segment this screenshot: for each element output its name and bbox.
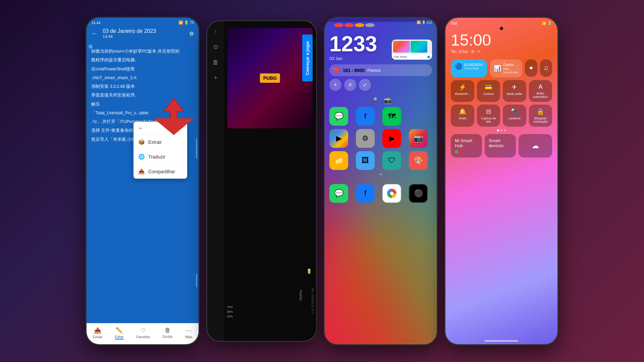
widget-thumb2-img — [411, 41, 427, 53]
bottom-bar-more[interactable]: ⋯ Mais — [185, 327, 192, 340]
phone1-time: 14.44 — [91, 21, 101, 25]
context-menu-extract[interactable]: 📦 Extrair — [133, 135, 187, 149]
data-icon: 📊 — [494, 65, 501, 72]
phone4-time: 15:00 — [445, 32, 557, 49]
widget-blue-dot — [427, 56, 430, 58]
data-sub: Desativado — [503, 71, 518, 74]
phone2-main: Começar a jogar PUBG BG MOBILE PU — [224, 21, 316, 341]
mi-dot-pink — [459, 150, 463, 154]
app-instagram[interactable]: 📷 — [409, 129, 428, 148]
phone1-line1: 卸载当前的miui+/小米妙享PC版本,并且按照卸 — [91, 48, 194, 55]
app-gallery[interactable]: 🖼 — [356, 151, 375, 170]
app-maps[interactable]: 🗺 — [382, 107, 401, 126]
bottom-bar-edit[interactable]: ✏️ Editar — [115, 327, 124, 340]
phone4-status-icons: 📶 🔋 — [542, 21, 552, 25]
phone1-content-area: 卸载当前的miui+/小米妙享PC版本,并且按照卸 载程序的提示重启电脑。 在c… — [87, 45, 199, 317]
phone1-line5: 强制安装 3.0.2.68 版本 — [91, 83, 194, 90]
cloud-storage-tile[interactable]: ☁ — [519, 134, 552, 158]
context-menu-translate[interactable]: 🌐 Traduzir — [133, 149, 187, 164]
action-add-btn[interactable]: + — [329, 79, 341, 91]
ctrl-music[interactable]: ♫ — [540, 59, 552, 77]
red-arrow-annotation — [154, 95, 194, 135]
sidebar-target-icon[interactable]: ⊙ — [213, 43, 218, 51]
chrome-icon — [387, 189, 396, 198]
app-paint[interactable]: 🎨 — [409, 151, 428, 170]
phone4-edit-icon[interactable]: ✏ — [477, 49, 481, 54]
phone2-sidebar: ↑ ⊙ 🗑 + — [207, 21, 224, 341]
phone3-widget-card: Foto Share — [392, 40, 432, 60]
phone4-carrier: TIM — [451, 21, 457, 25]
dot-gray — [365, 23, 375, 27]
steps-info: 181 / 8000 — [343, 67, 365, 73]
play-button[interactable]: Começar a jogar — [302, 35, 313, 81]
bottom-bar-send[interactable]: 📤 Enviar — [93, 327, 102, 340]
lock-rotation-icon: 🔒 — [537, 108, 544, 115]
smart-hub-tile[interactable]: Mi Smart Hub — [451, 134, 482, 158]
dock-facebook[interactable]: f — [356, 184, 375, 203]
phone1-scroll-dot — [89, 45, 93, 49]
camera-icon[interactable]: 📸 — [384, 97, 391, 104]
app-whatsapp[interactable]: 💬 — [329, 107, 348, 126]
phone3-date: 03 Jan — [329, 56, 377, 61]
game-label-vertical: BG MOBILE PU — [311, 288, 314, 314]
dock-camera[interactable]: ⚫ — [409, 184, 428, 203]
context-back-icon[interactable]: ← — [138, 125, 144, 131]
app-settings[interactable]: ⚙ — [356, 129, 375, 148]
ctrl-data[interactable]: 📊 Dados mó... Desativado — [490, 59, 522, 77]
phone1-status-icons: 📶 🔋 73 — [178, 20, 194, 25]
action-note-btn[interactable]: ≡ — [344, 79, 356, 91]
ctrl-star[interactable]: ✦ — [525, 59, 537, 77]
ctrl-mute[interactable]: 🔔 Mudo — [451, 105, 474, 127]
svg-marker-1 — [154, 118, 194, 135]
dock-whatsapp[interactable]: 💬 — [329, 184, 348, 203]
translate-icon: 🌐 — [138, 154, 145, 160]
app-facebook[interactable]: f — [356, 107, 375, 126]
phone4-status-bar: TIM 📶 🔋 — [445, 18, 557, 27]
ctrl-bluetooth[interactable]: ⚡ Bluetooth ↓ — [451, 80, 474, 102]
action-check-btn[interactable]: ✓ — [359, 79, 371, 91]
sidebar-upload-icon[interactable]: ↑ — [214, 28, 217, 35]
phone4-cam-icon[interactable]: ⚙ — [471, 49, 475, 54]
brightness-icon: A — [538, 83, 542, 90]
widget-card-top — [392, 40, 432, 54]
ctrl-lock-rotation[interactable]: 🔒 Bloquear orientação — [529, 105, 552, 127]
bluetooth-label: Bluetooth ↓ — [455, 92, 470, 96]
phone1-back-arrow[interactable]: ← — [91, 30, 97, 37]
screenshot-icon: ⊟ — [486, 108, 491, 115]
bottom-bar-delete[interactable]: 🗑 Excluir — [163, 327, 173, 340]
app-playstore[interactable]: ▶ — [329, 129, 348, 148]
status-dots — [329, 20, 379, 28]
phone4-home-bar — [485, 340, 518, 342]
wifi-label: BLINDADO — [464, 63, 483, 67]
smart-devices-tile[interactable]: Smart devices — [485, 134, 516, 158]
ctrl-flashlight[interactable]: 🔦 Lanterna — [503, 105, 526, 127]
context-menu-share[interactable]: 📤 Compartilhar — [133, 164, 187, 179]
app-security[interactable]: 🛡 — [382, 151, 401, 170]
phone4-row3: 🔔 Mudo ⊟ Captura de tela 🔦 Lanterna 🔒 Bl… — [451, 105, 552, 127]
app-youtube[interactable]: ▶ — [382, 129, 401, 148]
app-grid-row3: 📁 🖼 🛡 🎨 — [325, 151, 437, 170]
phone1-settings-icon[interactable]: ⚙ — [189, 31, 194, 37]
play-button-label: Começar a jogar — [305, 41, 310, 75]
sidebar-add-icon[interactable]: + — [214, 74, 218, 81]
mic-icon[interactable]: 🎤 — [370, 97, 377, 104]
sidebar-trash-icon[interactable]: 🗑 — [213, 59, 219, 66]
bottom-bar-favorites[interactable]: ♡ Favoritos — [136, 327, 150, 340]
dock-chrome[interactable] — [382, 184, 401, 203]
ctrl-brightness[interactable]: A Brilho automático — [529, 80, 552, 102]
chevron-up-icon: ^ — [379, 173, 382, 179]
widget-thumb1 — [393, 41, 410, 53]
phone1-line2: 载程序的提示重启电脑。 — [91, 57, 194, 64]
stat-memory: 36% — [227, 310, 233, 313]
delete-label: Excluir — [163, 335, 173, 339]
phone-1: 14.44 📶 🔋 73 ← 03 de Janeiro de 2023 14:… — [86, 17, 200, 345]
phone-4: TIM 📶 🔋 15:00 Ter, 3/Jan ⚙ ✏ 🔵 — [444, 17, 558, 345]
dot-orange — [355, 23, 364, 27]
ctrl-wallet[interactable]: 💳 Carteira — [477, 80, 500, 102]
ctrl-wifi[interactable]: 🔵 BLINDADO Conectado — [451, 59, 487, 77]
ctrl-screenshot[interactable]: ⊟ Captura de tela — [477, 105, 500, 127]
ctrl-airplane[interactable]: ✈ Modo avião — [503, 80, 526, 102]
widget-thumb1-img — [393, 41, 410, 53]
phone1-sub-time: 14:44 — [103, 34, 156, 39]
app-folder1[interactable]: 📁 — [329, 151, 348, 170]
